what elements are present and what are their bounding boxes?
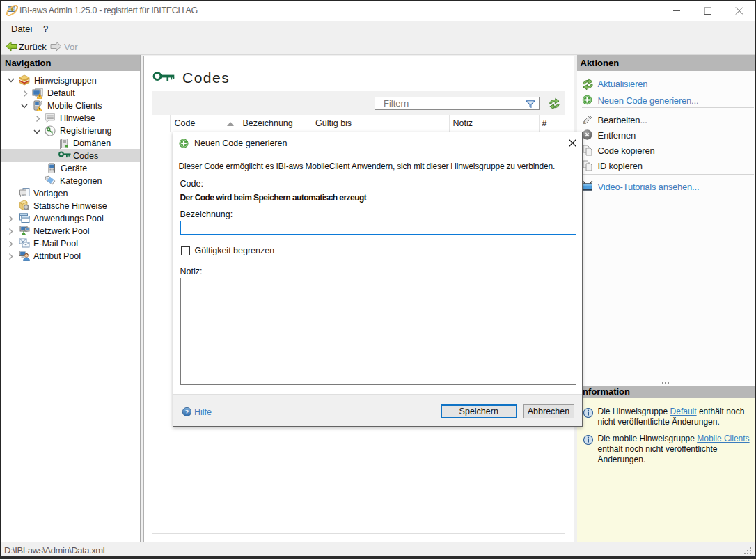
svg-text:?: ?	[185, 407, 189, 415]
